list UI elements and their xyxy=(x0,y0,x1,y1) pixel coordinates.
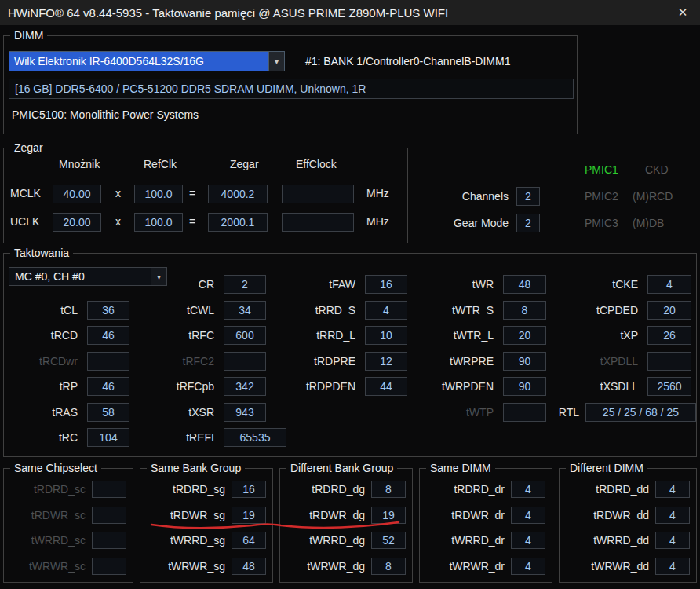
timing-value: 34 xyxy=(224,301,266,320)
mclk-unit: MHz xyxy=(366,187,389,199)
timing-row: tXSDLL2560 xyxy=(558,374,691,400)
timing-label: tXPDLL xyxy=(558,355,638,368)
timing-value xyxy=(92,532,126,549)
timing-value: 20 xyxy=(647,301,691,320)
timing-value: 600 xyxy=(224,326,266,345)
uclk-multiplier-value: 20.00 xyxy=(53,213,101,232)
timing-label: tRDWR_dd xyxy=(564,509,649,521)
timing-row: tRFC2 xyxy=(142,348,286,374)
dimm-module-select-value: Wilk Elektronik IR-6400D564L32S/16G xyxy=(9,52,268,71)
mclk-refclk-value: 100.0 xyxy=(134,185,183,203)
timing-value: 20 xyxy=(503,326,546,345)
timing-label: tWTP xyxy=(418,406,494,419)
timing-row: tRDWR_dr4 xyxy=(420,503,552,529)
timing-label: tRP xyxy=(5,380,78,393)
chevron-down-icon[interactable]: ▾ xyxy=(268,52,284,71)
memory-channel-select-value: MC #0, CH #0 xyxy=(9,268,151,285)
clock-group: Zegar Mnożnik RefClk Zegar EffClock MCLK… xyxy=(3,148,408,243)
timing-value xyxy=(87,352,129,371)
timing-row: tWRPDEN90 xyxy=(418,374,546,400)
dimm-group: DIMM Wilk Elektronik IR-6400D564L32S/16G… xyxy=(3,35,578,134)
mclk-multiplier-value: 40.00 xyxy=(53,185,101,203)
timing-label: tWRWR_dg xyxy=(285,560,365,573)
rtl-row: RTL 25 / 25 / 68 / 25 xyxy=(522,399,696,425)
timing-row: tRCDwr xyxy=(5,348,129,374)
timing-value xyxy=(92,558,126,575)
dimm-pmic-info: PMIC5100: Monolithic Power Systems xyxy=(12,108,199,121)
timing-value: 8 xyxy=(371,558,406,575)
timing-label: tFAW xyxy=(280,278,355,291)
timing-row: tWRWR_dg8 xyxy=(280,554,412,580)
timing-row: tCWL34 xyxy=(142,297,286,323)
same-bank-group-legend: Same Bank Group xyxy=(147,462,245,474)
equals-sign: = xyxy=(189,215,195,228)
timing-value: 4 xyxy=(511,558,545,575)
clock-legend: Zegar xyxy=(10,141,47,154)
close-icon[interactable]: ✕ xyxy=(665,0,700,25)
timing-label: tRDWR_dr xyxy=(425,509,505,521)
timing-value: 4 xyxy=(655,558,690,575)
timing-row: tRDWR_sc xyxy=(4,503,133,529)
dimm-module-select[interactable]: Wilk Elektronik IR-6400D564L32S/16G ▾ xyxy=(9,51,285,71)
timing-label: tRDRD_dr xyxy=(425,483,505,496)
different-bank-group: Different Bank Group tRDRD_dg8 tRDWR_dg1… xyxy=(279,468,413,583)
same-bank-group: Same Bank Group tRDRD_sg16 tRDWR_sg19 tW… xyxy=(140,468,273,583)
hwinfo-memory-timing-window: HWiNFO® 64 v8.44-5935 - Taktowanie pamię… xyxy=(0,0,700,589)
timing-label: tRAS xyxy=(5,406,78,419)
timing-value xyxy=(224,352,266,371)
timing-label: tWRWR_sg xyxy=(145,560,225,573)
timing-label: tRFC xyxy=(142,329,214,342)
timing-value xyxy=(647,352,691,371)
timing-value: 36 xyxy=(87,301,129,320)
status-pmic2: PMIC2 xyxy=(585,190,618,203)
timing-value: 4 xyxy=(647,275,691,294)
timing-row: tRDWR_dd4 xyxy=(560,503,696,529)
timing-value: 8 xyxy=(371,481,406,498)
timing-value: 16 xyxy=(365,275,407,294)
gear-mode-label: Gear Mode xyxy=(424,217,509,229)
timing-value: 4 xyxy=(655,507,690,524)
timing-row: tRC104 xyxy=(5,425,129,451)
timing-label: tWRWR_dd xyxy=(564,560,649,573)
timing-label: tRDWR_dg xyxy=(285,509,365,521)
timing-label: tRDRD_dg xyxy=(285,483,365,496)
timing-row: tRDRD_dr4 xyxy=(420,477,552,503)
different-bank-group-legend: Different Bank Group xyxy=(286,462,397,474)
timing-label: tRDRD_sc xyxy=(9,483,86,496)
uclk-effclock-value xyxy=(282,213,354,232)
timing-row: tXPDLL xyxy=(558,348,691,374)
status-ckd: CKD xyxy=(645,163,669,176)
same-dimm-group: Same DIMM tRDRD_dr4 tRDWR_dr4 tWRRD_dr4 … xyxy=(419,468,552,583)
timing-row: tCKE4 xyxy=(558,272,691,298)
timing-label: tWRRD_dr xyxy=(425,534,505,547)
timing-column-e: tCKE4 tCPDED20 tXP26 tXPDLL tXSDLL2560 xyxy=(558,272,691,400)
equals-sign: = xyxy=(189,187,195,199)
timing-value: 16 xyxy=(232,481,266,498)
timing-row: tWRWR_sg48 xyxy=(140,554,272,580)
timing-label: tRC xyxy=(5,431,78,444)
timing-label: tRDRD_dd xyxy=(564,483,649,496)
mclk-effclock-value xyxy=(282,185,354,203)
timing-row: tWTR_S8 xyxy=(418,297,546,323)
timing-value: 4 xyxy=(655,481,690,498)
timing-label: tRDPDEN xyxy=(280,380,355,393)
timing-label: tWRRD_dg xyxy=(285,534,365,547)
timing-label: tRDWR_sg xyxy=(145,509,225,521)
multiply-sign: x xyxy=(115,215,121,228)
timing-row: tWRRD_dr4 xyxy=(420,528,552,554)
timing-label: tRCDwr xyxy=(5,355,78,368)
timing-label: tCL xyxy=(5,304,78,316)
timing-value: 4 xyxy=(511,507,545,524)
timing-label: tWRPDEN xyxy=(418,380,494,393)
timing-row: tXSR943 xyxy=(142,399,286,425)
timing-row: tWR48 xyxy=(418,272,546,298)
timing-value: 48 xyxy=(503,275,546,294)
timing-label: tXSDLL xyxy=(558,380,638,393)
timing-row: tRDRD_dd4 xyxy=(560,477,696,503)
timing-value: 44 xyxy=(365,377,407,396)
timing-row: tWRPRE90 xyxy=(418,348,546,374)
timing-value xyxy=(92,507,126,524)
window-title: HWiNFO® 64 v8.44-5935 - Taktowanie pamię… xyxy=(0,6,448,20)
timing-value xyxy=(92,481,126,498)
uclk-clock-value: 2000.1 xyxy=(208,213,268,232)
